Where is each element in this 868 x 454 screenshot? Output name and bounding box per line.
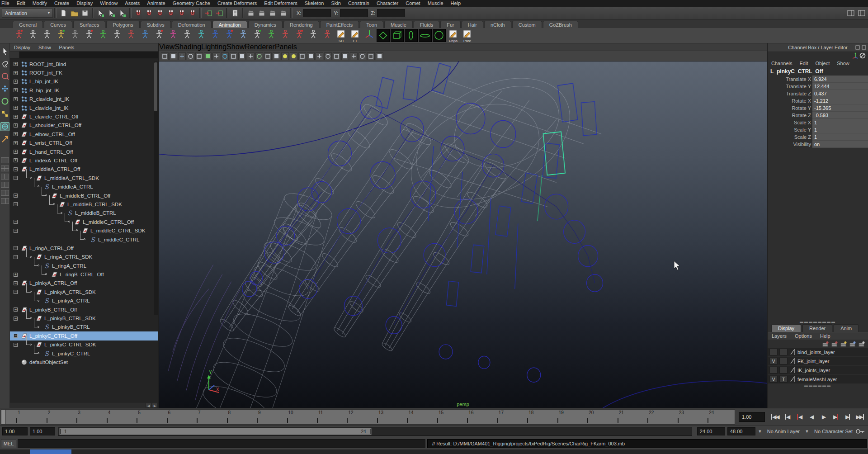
shelf-item-19[interactable] (264, 28, 278, 43)
animation-start-field[interactable]: 1.00 (30, 427, 55, 435)
ctrl-diamond-icon[interactable] (377, 29, 390, 42)
collapse-icon[interactable] (861, 44, 867, 51)
shelf-tab-gozbrush[interactable]: GoZBrush (543, 21, 578, 28)
menu-animate[interactable]: Animate (143, 0, 169, 7)
input-connections-icon[interactable] (203, 8, 213, 18)
shelf-tab-rendering[interactable]: Rendering (283, 21, 319, 28)
layer-editor-menu-options[interactable]: Options (791, 333, 816, 339)
new-empty-layer-icon[interactable] (821, 340, 830, 347)
all-lights-icon[interactable] (290, 52, 297, 60)
outliner-item[interactable]: −SL_middleA_CTRL (10, 182, 158, 191)
command-input[interactable] (18, 439, 425, 448)
new-scene-icon[interactable] (58, 8, 68, 18)
expand-toggle[interactable]: + (14, 273, 18, 277)
shelf-tab-ncloth[interactable]: nCloth (484, 21, 511, 28)
expand-toggle[interactable]: + (14, 62, 18, 66)
expand-toggle[interactable]: + (14, 123, 18, 128)
x-coord-input[interactable] (303, 9, 331, 17)
outliner-item[interactable]: −SL_ringA_CTRL (10, 261, 158, 270)
play-forwards-button[interactable]: ▶ (817, 411, 830, 423)
character-set-dropdown-icon[interactable]: ▼ (802, 429, 811, 434)
snap-to-view-planes-icon[interactable] (177, 8, 187, 18)
menu-skeleton[interactable]: Skeleton (301, 0, 328, 7)
expand-toggle[interactable]: − (14, 176, 18, 180)
menu-assets[interactable]: Assets (121, 0, 143, 7)
expand-toggle[interactable]: + (14, 88, 18, 92)
range-end-handle[interactable] (368, 429, 371, 434)
shelf-tab-toon[interactable]: Toon (360, 21, 383, 28)
scale-tool[interactable] (0, 109, 9, 118)
expand-toggle[interactable]: − (14, 307, 18, 312)
expand-toggle[interactable]: + (14, 150, 18, 154)
outliner-vscrollbar[interactable] (154, 61, 158, 315)
layer-visibility-toggle[interactable] (769, 367, 778, 374)
expand-toggle[interactable]: + (14, 71, 18, 75)
menu-geometry-cache[interactable]: Geometry Cache (169, 0, 214, 7)
xray-icon[interactable] (367, 52, 375, 60)
outliner-item[interactable]: +L_hand_CTRL_Off (10, 147, 158, 156)
motion-blur-icon[interactable] (316, 52, 323, 60)
layer-playback-toggle[interactable] (779, 358, 788, 364)
shelf-item-12[interactable] (166, 28, 180, 43)
shelf-button-pare[interactable]: Pare (460, 28, 474, 43)
auto-key-icon[interactable] (855, 428, 865, 435)
shelf-item-23[interactable] (320, 28, 334, 43)
light-layer-icon[interactable] (839, 340, 848, 347)
shelf-item-18[interactable] (250, 28, 264, 43)
outliner-item[interactable]: −SL_pinkyC_CTRL (10, 349, 158, 358)
layer-color-swatch[interactable] (790, 349, 797, 355)
hypershade-persp[interactable] (1, 190, 9, 196)
scroll-right-icon[interactable]: ▶ (152, 403, 158, 408)
layer-editor-scrollbar[interactable]: ▬▬▬▬▬▬ (768, 384, 868, 387)
shelf-tab-subdivs[interactable]: Subdivs (141, 21, 171, 28)
shelf-item-7[interactable] (96, 28, 110, 43)
menu-constrain[interactable]: Constrain (344, 0, 373, 7)
attribute-value[interactable]: 12.444 (812, 83, 868, 90)
anim-layer-dropdown-icon[interactable]: ▼ (755, 429, 764, 434)
layer-playback-toggle[interactable] (779, 367, 788, 374)
menu-edit-deformers[interactable]: Edit Deformers (260, 0, 301, 7)
shelf-tab-fur[interactable]: Fur (440, 21, 461, 28)
shelf-tab-general[interactable]: General (13, 21, 43, 28)
lasso-tool[interactable] (0, 59, 9, 68)
ctrl-flat-oval-icon[interactable] (419, 29, 432, 42)
playback-start-field[interactable]: 1.00 (2, 427, 28, 435)
outliner-item[interactable]: −L_pinkyA_CTRL_SDK (10, 288, 158, 296)
outliner-item[interactable]: +L_indexA_CTRL_Off (10, 156, 158, 165)
move-tool[interactable] (0, 84, 9, 93)
outliner-item[interactable]: −L_ringA_CTRL_Off (10, 244, 158, 252)
open-scene-icon[interactable] (69, 8, 79, 18)
shelf-tab-muscle[interactable]: Muscle (384, 21, 413, 28)
attribute-value[interactable]: -15.365 (812, 104, 868, 112)
safe-title-icon[interactable] (273, 52, 280, 60)
field-chart-icon[interactable] (255, 52, 263, 60)
go-to-start-button[interactable]: ◀◀ (769, 411, 781, 423)
pin-icon[interactable] (854, 44, 861, 51)
safe-action-icon[interactable] (264, 52, 272, 60)
character-set-selector[interactable]: No Character Set (811, 429, 855, 434)
viewport-menu-renderer[interactable]: Renderer (245, 43, 275, 51)
shelf-tab-hair[interactable]: Hair (462, 21, 483, 28)
persp-graph[interactable] (1, 182, 9, 188)
attribute-value[interactable]: -1.212 (812, 97, 868, 104)
select-camera-icon[interactable] (161, 52, 169, 60)
menu-skin[interactable]: Skin (327, 0, 344, 7)
viewport-menu-lighting[interactable]: Lighting (201, 43, 226, 51)
outliner-item[interactable]: −L_middleB_CTRL_SDK (10, 200, 158, 208)
ao-icon[interactable] (307, 52, 315, 60)
manip-axis-icon[interactable] (852, 52, 859, 59)
menu-create-deformers[interactable]: Create Deformers (214, 0, 260, 7)
persp-outliner[interactable] (1, 174, 9, 180)
attribute-value[interactable]: 1 (812, 126, 868, 133)
anim-layer-selector[interactable]: No Anim Layer (764, 429, 802, 434)
command-result[interactable]: // Result: D:/MMI/GAM401_Rigging/project… (427, 439, 867, 448)
attribute-value[interactable]: 0.437 (812, 90, 868, 97)
shelf-tab-curves[interactable]: Curves (44, 21, 72, 28)
outliner-menu-panels[interactable]: Panels (55, 43, 79, 52)
command-language-toggle[interactable]: MEL (1, 439, 16, 448)
outliner-item[interactable]: +L_elbow_CTRL_Off (10, 130, 158, 138)
outliner-search-field[interactable] (10, 52, 158, 58)
layer-row[interactable]: bind_joints_layer (768, 348, 868, 357)
outliner-item[interactable]: −L_middleA_CTRL_SDK (10, 174, 158, 182)
paint-select-tool[interactable] (0, 71, 9, 80)
